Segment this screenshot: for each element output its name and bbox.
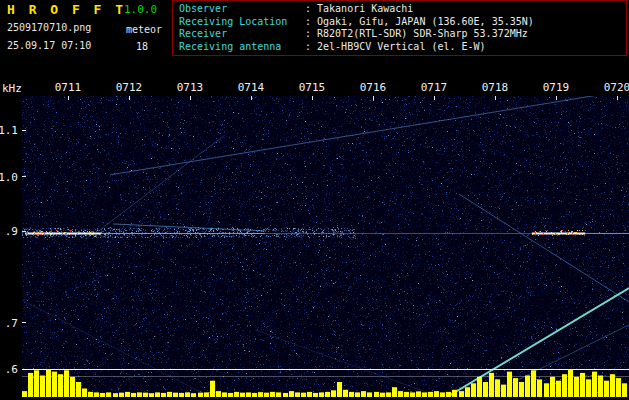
freq-tick-label: .9 [5,225,18,238]
info-row-observer: Observer: Takanori Kawachi [179,3,626,16]
freq-tick-label: 1.0 [0,171,18,184]
info-label: Observer [179,3,305,16]
info-label: Receiving antenna [179,41,305,54]
timestamp: 25.09.17 07:10 [7,40,91,51]
time-tick-label: 0711 [51,81,85,94]
time-tick-label: 0712 [112,81,146,94]
spectrogram-plot: 0711071207130714071507160717071807190720 [22,80,629,397]
info-value: : Ogaki, Gifu, JAPAN (136.60E, 35.35N) [305,16,534,27]
app-version: 1.0.0 [124,3,157,16]
app-title: H R O F F T [7,2,126,17]
time-axis: 0711071207130714071507160717071807190720 [22,80,629,96]
header: H R O F F T 1.0.0 2509170710.png meteor … [0,0,629,58]
info-value: : R820T2(RTL-SDR) SDR-Sharp 53.372MHz [305,28,528,39]
freq-tick-label: .7 [5,317,18,330]
spectrogram-canvas [22,96,629,397]
freq-tick-label: 1.1 [0,124,18,137]
info-label: Receiver [179,28,305,41]
time-tick-label: 0716 [356,81,390,94]
time-tick-label: 0714 [234,81,268,94]
info-row-receiver: Receiver: R820T2(RTL-SDR) SDR-Sharp 53.3… [179,28,626,41]
mode-label: meteor [126,24,162,35]
freq-axis: 1.11.0.9.7.6 [0,96,21,397]
info-value: : 2el-HB9CV Vertical (el. E-W) [305,41,486,52]
info-row-antenna: Receiving antenna: 2el-HB9CV Vertical (e… [179,41,626,54]
freq-unit-label: kHz [2,82,22,95]
info-row-location: Receiving Location: Ogaki, Gifu, JAPAN (… [179,16,626,29]
time-tick-label: 0713 [173,81,207,94]
time-tick-label: 0720 [600,81,629,94]
output-filename: 2509170710.png [7,22,91,33]
time-tick-label: 0718 [478,81,512,94]
echo-count: 18 [136,41,148,52]
station-info-box: Observer: Takanori Kawachi Receiving Loc… [172,0,627,56]
time-tick-label: 0719 [539,81,573,94]
freq-tick-label: .6 [5,363,18,376]
time-tick-label: 0717 [417,81,451,94]
time-tick-label: 0715 [295,81,329,94]
info-label: Receiving Location [179,16,305,29]
info-value: : Takanori Kawachi [305,3,413,14]
